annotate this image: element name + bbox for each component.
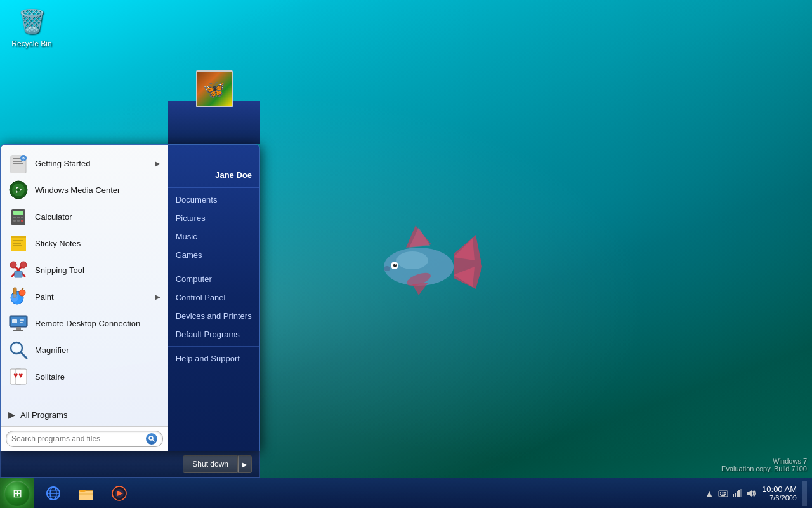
- tray-show-hidden-icon[interactable]: ▲: [704, 488, 715, 499]
- right-item-help-support[interactable]: Help and Support: [168, 349, 259, 368]
- right-item-pictures[interactable]: Pictures: [168, 209, 259, 227]
- media-player-icon: [110, 485, 128, 502]
- start-menu-bottom: Shut down ▶: [0, 451, 260, 478]
- search-input[interactable]: [11, 434, 146, 443]
- menu-item-sticky-notes[interactable]: Sticky Notes: [1, 230, 168, 257]
- start-button[interactable]: ⊞: [0, 478, 34, 509]
- calculator-icon: [8, 206, 29, 227]
- clock-date: 7/6/2009: [762, 494, 797, 502]
- paint-label: Paint: [35, 292, 155, 302]
- right-item-devices-printers[interactable]: Devices and Printers: [168, 307, 259, 325]
- wmc-label: Windows Media Center: [35, 185, 160, 195]
- network-icon: [732, 488, 742, 498]
- tray-network-icon[interactable]: [731, 488, 743, 499]
- menu-item-remote-desktop[interactable]: Remote Desktop Connection: [1, 310, 168, 337]
- show-desktop-button[interactable]: [802, 481, 807, 506]
- svg-point-39: [20, 262, 27, 268]
- fish-illustration: [355, 184, 482, 324]
- magnifier-icon: [8, 340, 29, 360]
- left-separator: [8, 399, 160, 399]
- svg-rect-68: [79, 491, 93, 500]
- solitaire-label: Solitaire: [35, 372, 160, 382]
- ie-icon: [44, 485, 62, 502]
- right-separator-3: [168, 346, 259, 347]
- svg-rect-81: [724, 493, 726, 495]
- tray-keyboard-icon[interactable]: [717, 488, 729, 499]
- snipping-tool-label: Snipping Tool: [35, 265, 160, 275]
- svg-rect-29: [17, 220, 20, 222]
- volume-icon: [746, 488, 756, 498]
- solitaire-icon: ♥♥: [8, 366, 29, 387]
- windows-watermark: Windows 7 Evaluation copy. Build 7100: [721, 457, 807, 472]
- clock[interactable]: 10:00 AM 7/6/2009: [762, 485, 797, 502]
- taskbar-explorer[interactable]: [70, 481, 103, 506]
- svg-rect-40: [15, 271, 22, 277]
- svg-text:♥: ♥: [18, 371, 23, 380]
- svg-text:♥: ♥: [13, 371, 18, 380]
- svg-rect-83: [733, 494, 734, 497]
- search-icon: [148, 436, 155, 442]
- remote-desktop-label: Remote Desktop Connection: [35, 319, 160, 328]
- recycle-bin-icon[interactable]: 🗑️ Recycle Bin: [6, 6, 57, 48]
- svg-rect-33: [13, 240, 23, 241]
- svg-line-55: [21, 352, 27, 358]
- svg-rect-49: [13, 330, 23, 331]
- menu-item-snipping-tool[interactable]: Snipping Tool: [1, 257, 168, 283]
- svg-marker-88: [747, 490, 752, 497]
- svg-rect-28: [13, 220, 16, 222]
- svg-marker-3: [454, 238, 475, 260]
- right-separator-1: [168, 187, 259, 188]
- svg-rect-85: [737, 491, 738, 497]
- svg-line-61: [152, 440, 154, 442]
- right-item-music[interactable]: Music: [168, 227, 259, 246]
- watermark-line1: Windows 7: [721, 457, 807, 465]
- right-item-default-programs[interactable]: Default Programs: [168, 325, 259, 344]
- shutdown-button[interactable]: Shut down: [183, 455, 238, 473]
- svg-rect-27: [21, 217, 23, 218]
- getting-started-arrow: ▶: [155, 160, 160, 167]
- svg-rect-52: [20, 322, 23, 323]
- svg-point-22: [16, 188, 20, 192]
- desktop: 🗑️ Recycle Bin Windows 7 Evaluation copy…: [0, 0, 812, 508]
- keyboard-icon: [718, 488, 728, 498]
- menu-item-paint[interactable]: Paint ▶: [1, 283, 168, 310]
- svg-rect-25: [13, 217, 16, 218]
- taskbar-media-player[interactable]: [103, 481, 136, 506]
- menu-item-solitaire[interactable]: ♥♥ Solitaire: [1, 363, 168, 390]
- right-separator-2: [168, 267, 259, 267]
- svg-point-43: [11, 294, 18, 302]
- calculator-label: Calculator: [35, 212, 160, 222]
- shutdown-options-button[interactable]: ▶: [238, 455, 252, 473]
- right-item-documents[interactable]: Documents: [168, 190, 259, 209]
- taskbar-ie[interactable]: [37, 481, 70, 506]
- getting-started-icon: ?: [8, 153, 29, 173]
- start-menu: 🦋 ? Getting Started ▶: [0, 144, 260, 478]
- svg-rect-15: [13, 161, 22, 162]
- menu-item-getting-started[interactable]: ? Getting Started ▶: [1, 150, 168, 177]
- svg-rect-30: [21, 220, 23, 222]
- menu-item-calculator[interactable]: Calculator: [1, 203, 168, 230]
- right-item-games[interactable]: Games: [168, 246, 259, 264]
- svg-rect-84: [735, 493, 736, 497]
- menu-item-windows-media-center[interactable]: Windows Media Center: [1, 177, 168, 203]
- all-programs-label: All Programs: [20, 410, 67, 420]
- clock-time: 10:00 AM: [762, 485, 797, 494]
- menu-item-magnifier[interactable]: Magnifier: [1, 337, 168, 363]
- search-button[interactable]: [146, 433, 157, 444]
- svg-point-12: [384, 266, 390, 271]
- svg-point-10: [395, 264, 396, 265]
- paint-arrow: ▶: [155, 293, 160, 300]
- svg-point-1: [396, 251, 428, 269]
- user-avatar[interactable]: 🦋: [196, 70, 233, 107]
- svg-rect-76: [720, 492, 721, 493]
- sticky-notes-icon: [8, 233, 29, 253]
- tray-volume-icon[interactable]: [745, 488, 757, 499]
- right-item-control-panel[interactable]: Control Panel: [168, 288, 259, 307]
- right-item-computer[interactable]: Computer: [168, 270, 259, 288]
- svg-rect-35: [13, 245, 22, 246]
- paint-icon: [8, 286, 29, 307]
- remote-desktop-icon: [8, 313, 29, 333]
- svg-rect-48: [16, 327, 21, 330]
- all-programs-item[interactable]: ▶ All Programs: [1, 403, 168, 426]
- svg-point-74: [118, 492, 121, 495]
